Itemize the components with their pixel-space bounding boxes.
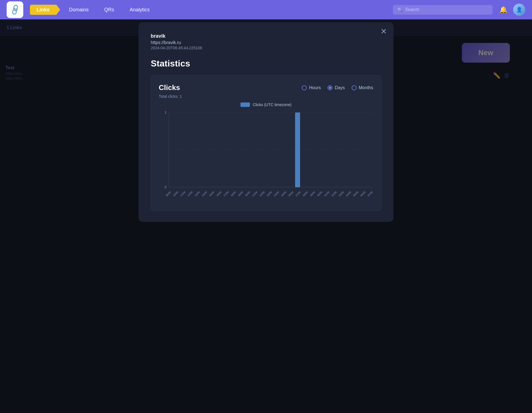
search-icon: 🔍 xyxy=(397,7,403,12)
svg-text:03/05: 03/05 xyxy=(338,191,344,197)
logo-icon: 🔗 xyxy=(9,3,22,16)
chart-total: Total clicks: 1 xyxy=(159,94,373,99)
legend-label: Clicks (UTC timezone) xyxy=(253,102,291,107)
radio-days[interactable]: Days xyxy=(328,85,345,90)
navbar: 🔗 Links Domains QRs Analytics 🔍 🔔 👤 xyxy=(0,0,532,19)
svg-text:18/04: 18/04 xyxy=(230,191,236,197)
y-label-1: 1 xyxy=(165,111,167,114)
statistics-modal: ✕ bravik https://bravik.ru 2024-04-20T06… xyxy=(139,22,393,222)
svg-text:06/05: 06/05 xyxy=(360,191,366,197)
bell-button[interactable]: 🔔 xyxy=(499,6,508,14)
clicks-chart-svg: 1 0 09/04 10/04 11/04 12/04 13/04 14/04 … xyxy=(159,110,373,204)
y-label-0: 0 xyxy=(165,185,167,189)
nav-right: 🔔 👤 xyxy=(499,4,525,16)
svg-text:19/04: 19/04 xyxy=(237,191,244,197)
svg-text:27/04: 27/04 xyxy=(295,191,301,197)
nav-item-analytics[interactable]: Analytics xyxy=(123,5,156,15)
nav-item-domains[interactable]: Domains xyxy=(62,5,95,15)
bar-27-04 xyxy=(295,112,300,187)
svg-text:15/04: 15/04 xyxy=(208,191,215,197)
svg-text:09/04: 09/04 xyxy=(165,191,172,197)
svg-text:28/04: 28/04 xyxy=(302,191,308,197)
search-input[interactable] xyxy=(405,7,488,12)
svg-text:13/04: 13/04 xyxy=(194,191,200,197)
svg-text:26/04: 26/04 xyxy=(288,191,294,197)
svg-text:25/04: 25/04 xyxy=(280,191,287,197)
radio-hours[interactable]: Hours xyxy=(302,85,321,90)
avatar[interactable]: 👤 xyxy=(513,4,525,16)
svg-text:10/04: 10/04 xyxy=(172,191,179,197)
radio-circle-months xyxy=(352,85,357,90)
radio-circle-days xyxy=(328,85,332,90)
legend-swatch xyxy=(241,102,250,107)
svg-text:11/04: 11/04 xyxy=(180,191,186,197)
svg-text:12/04: 12/04 xyxy=(187,191,193,197)
svg-text:07/05: 07/05 xyxy=(367,191,373,197)
chart-svg-wrap: 1 0 09/04 10/04 11/04 12/04 13/04 14/04 … xyxy=(159,110,373,205)
nav-item-links[interactable]: Links xyxy=(30,5,60,15)
svg-text:01/05: 01/05 xyxy=(324,191,330,197)
svg-text:23/04: 23/04 xyxy=(266,191,272,197)
svg-text:02/05: 02/05 xyxy=(331,191,337,197)
chart-title: Clicks xyxy=(159,83,180,92)
nav-item-qrs[interactable]: QRs xyxy=(98,5,121,15)
clicks-chart-card: Clicks Hours Days Months xyxy=(151,75,381,211)
chart-radio-group: Hours Days Months xyxy=(302,85,373,90)
radio-dot-days xyxy=(329,86,331,89)
svg-text:04/05: 04/05 xyxy=(345,191,352,197)
chart-header: Clicks Hours Days Months xyxy=(159,83,373,92)
chart-legend: Clicks (UTC timezone) xyxy=(159,102,373,107)
modal-link-title: bravik xyxy=(151,33,381,39)
svg-text:29/04: 29/04 xyxy=(309,191,316,197)
x-axis-labels: 09/04 10/04 11/04 12/04 13/04 14/04 15/0… xyxy=(165,191,373,197)
search-bar[interactable]: 🔍 xyxy=(393,5,493,15)
svg-text:05/05: 05/05 xyxy=(352,191,359,197)
svg-text:22/04: 22/04 xyxy=(259,191,265,197)
logo[interactable]: 🔗 xyxy=(7,1,23,18)
statistics-heading: Statistics xyxy=(151,58,381,69)
modal-overlay: ✕ bravik https://bravik.ru 2024-04-20T06… xyxy=(0,19,532,413)
modal-link-date: 2024-04-20T06:45:44.225108 xyxy=(151,46,381,50)
modal-close-button[interactable]: ✕ xyxy=(380,28,387,35)
svg-text:16/04: 16/04 xyxy=(216,191,222,197)
svg-text:20/04: 20/04 xyxy=(244,191,251,197)
svg-text:21/04: 21/04 xyxy=(252,191,258,197)
nav-links: Links Domains QRs Analytics xyxy=(30,5,393,15)
radio-circle-hours xyxy=(302,85,307,90)
svg-text:17/04: 17/04 xyxy=(223,191,229,197)
svg-text:24/04: 24/04 xyxy=(273,191,280,197)
svg-text:30/04: 30/04 xyxy=(316,191,323,197)
radio-months[interactable]: Months xyxy=(352,85,373,90)
svg-text:14/04: 14/04 xyxy=(201,191,208,197)
modal-link-url: https://bravik.ru xyxy=(151,40,381,45)
